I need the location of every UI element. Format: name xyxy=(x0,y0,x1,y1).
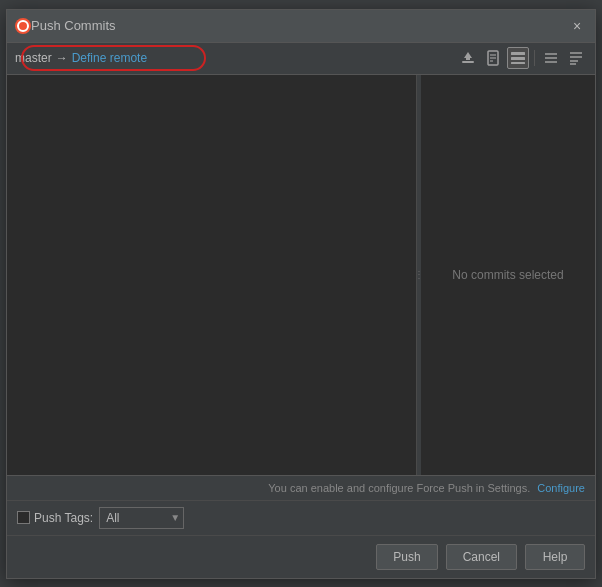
expand-icon-button[interactable] xyxy=(565,47,587,69)
dialog-title: Push Commits xyxy=(31,18,567,33)
svg-rect-8 xyxy=(511,62,525,64)
svg-rect-7 xyxy=(511,57,525,60)
svg-rect-0 xyxy=(462,61,474,63)
file-icon-button[interactable] xyxy=(482,47,504,69)
commits-list-panel[interactable] xyxy=(7,75,417,475)
configure-link[interactable]: Configure xyxy=(537,482,585,494)
settings-hint-text: You can enable and configure Force Push … xyxy=(268,482,530,494)
expand-icon xyxy=(568,50,584,66)
upload-icon xyxy=(460,50,476,66)
toolbar-separator xyxy=(534,50,535,66)
push-tags-checkbox-container: Push Tags: xyxy=(17,511,93,525)
push-tags-row: Push Tags: All None Annotated ▼ xyxy=(7,501,595,536)
branch-arrow: → xyxy=(56,51,68,65)
push-tags-checkbox[interactable] xyxy=(17,511,30,524)
close-button[interactable]: × xyxy=(567,16,587,36)
commit-details-panel: No commits selected xyxy=(421,75,595,475)
branch-name: master xyxy=(15,51,52,65)
push-tags-select[interactable]: All None Annotated xyxy=(99,507,184,529)
bottom-bar: You can enable and configure Force Push … xyxy=(7,475,595,578)
define-remote-link[interactable]: Define remote xyxy=(72,51,147,65)
push-commits-dialog: Push Commits × master → Define remote xyxy=(6,9,596,579)
main-content: ⋮ No commits selected xyxy=(7,75,595,475)
push-tags-label: Push Tags: xyxy=(34,511,93,525)
cancel-button[interactable]: Cancel xyxy=(446,544,517,570)
list-icon xyxy=(510,50,526,66)
title-bar: Push Commits × xyxy=(7,10,595,43)
toolbar: master → Define remote xyxy=(7,43,595,75)
collapse-icon-button[interactable] xyxy=(540,47,562,69)
svg-marker-1 xyxy=(464,52,472,60)
git-icon xyxy=(15,18,31,34)
no-commits-label: No commits selected xyxy=(452,268,563,282)
collapse-icon xyxy=(543,50,559,66)
upload-icon-button[interactable] xyxy=(457,47,479,69)
file-icon xyxy=(485,50,501,66)
button-row: Push Cancel Help xyxy=(7,536,595,578)
branch-info: master → Define remote xyxy=(15,51,457,65)
push-tags-select-wrapper: All None Annotated ▼ xyxy=(99,507,184,529)
svg-rect-6 xyxy=(511,52,525,55)
help-button[interactable]: Help xyxy=(525,544,585,570)
push-button[interactable]: Push xyxy=(376,544,437,570)
toolbar-actions xyxy=(457,47,587,69)
list-icon-button[interactable] xyxy=(507,47,529,69)
settings-hint-row: You can enable and configure Force Push … xyxy=(7,476,595,501)
